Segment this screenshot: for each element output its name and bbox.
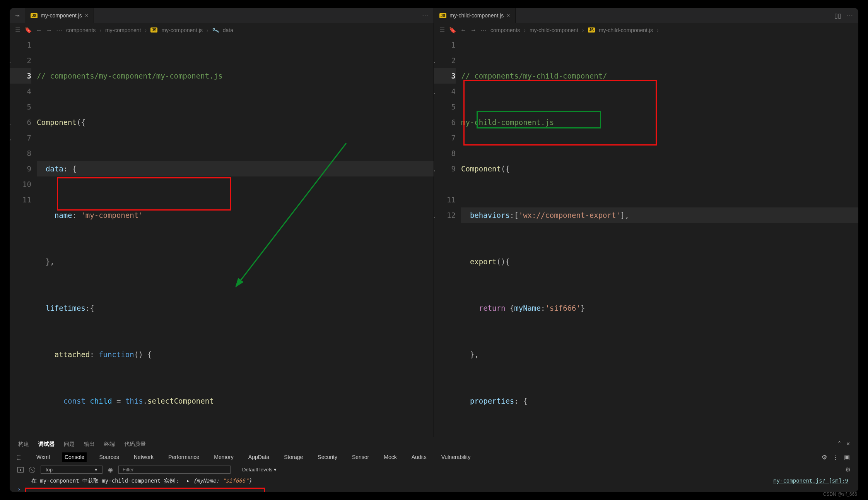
more-icon[interactable]: ⋯ — [847, 12, 853, 19]
inspect-icon[interactable]: ⬚ — [17, 454, 22, 460]
app-window: ⇥ JS my-component.js × ⋯ ☰ 🔖 ← → ⋯ compo… — [10, 8, 858, 492]
devtools-tab[interactable]: Console — [62, 452, 87, 462]
devtools-tab[interactable]: Sensor — [350, 452, 371, 462]
play-icon[interactable]: ▸ — [17, 467, 24, 473]
devtools-tab[interactable]: Network — [132, 452, 156, 462]
close-icon[interactable]: × — [507, 12, 510, 19]
editor-pane-left: ⇥ JS my-component.js × ⋯ ☰ 🔖 ← → ⋯ compo… — [10, 8, 434, 437]
tab-label: my-component.js — [41, 12, 82, 19]
more-icon[interactable]: ⋯ — [422, 12, 428, 19]
kebab-icon[interactable]: ⋮ — [832, 454, 839, 461]
gutter: 1 ˅2 3 4 5 ˅6 ˅7 8 9 10 11 — [10, 37, 37, 437]
console-toolbar: ▸ top▾ ◉ Filter Default levels ▾ ⚙ — [10, 464, 858, 475]
js-badge-icon: JS — [588, 27, 595, 33]
crumb[interactable]: my-child-component — [530, 27, 578, 33]
filter-input[interactable]: Filter — [118, 466, 231, 474]
editor-pane-right: JS my-child-component.js × ▯▯ ⋯ ☰ 🔖 ← → … — [434, 8, 858, 437]
log-text: 在 my-component 中获取 my-child-component 实例… — [31, 478, 180, 484]
forward-icon[interactable]: → — [46, 27, 52, 34]
highlight-box — [57, 177, 231, 211]
crumb[interactable]: my-child-component.js — [599, 27, 653, 33]
close-icon[interactable]: × — [846, 440, 850, 448]
tab-label: my-child-component.js — [449, 12, 504, 19]
panel-tab[interactable]: 代码质量 — [124, 441, 146, 448]
gear-icon[interactable]: ⚙ — [845, 466, 851, 473]
forward-icon[interactable]: → — [470, 27, 477, 34]
highlight-box — [463, 80, 657, 146]
devtools-tab[interactable]: Mock — [381, 452, 399, 462]
crumb[interactable]: components — [490, 27, 520, 33]
devtools-tab[interactable]: Storage — [282, 452, 305, 462]
watermark: CSDN @sif_666 — [823, 491, 857, 497]
code-area[interactable]: 1 ˅2 3 ˅4 5 6 7 8 ˅9 11 ˅12 // co — [434, 37, 858, 437]
panel-tab[interactable]: 调试器 — [38, 441, 55, 448]
context-select[interactable]: top▾ — [41, 466, 103, 474]
tab-bar: JS my-child-component.js × ▯▯ ⋯ — [434, 8, 858, 23]
file-tab[interactable]: JS my-child-component.js × — [434, 8, 516, 23]
split-icon[interactable]: ▯▯ — [834, 12, 841, 19]
list-icon[interactable]: ☰ — [15, 26, 21, 34]
tab-bar: ⇥ JS my-component.js × ⋯ — [10, 8, 434, 23]
js-badge-icon: JS — [150, 27, 157, 33]
breadcrumb: ☰ 🔖 ← → ⋯ components › my-component › JS… — [10, 23, 434, 37]
devtools-tab-bar: ⬚ Wxml Console Sources Network Performan… — [10, 450, 858, 464]
back-icon[interactable]: ← — [460, 27, 466, 34]
bookmark-icon[interactable]: 🔖 — [24, 26, 32, 34]
chevron-right-icon: › — [99, 27, 101, 33]
source-link[interactable]: my-component.js? [sm]:9 — [773, 478, 848, 485]
file-tab[interactable]: JS my-component.js × — [25, 8, 94, 23]
bookmark-icon[interactable]: 🔖 — [449, 26, 456, 34]
eye-icon[interactable]: ◉ — [108, 466, 113, 473]
code-area[interactable]: 1 ˅2 3 4 5 ˅6 ˅7 8 9 10 11 // components… — [10, 37, 434, 437]
levels-select[interactable]: Default levels ▾ — [242, 467, 277, 473]
gear-icon[interactable]: ⚙ — [822, 454, 827, 461]
panel-tab[interactable]: 终端 — [104, 441, 115, 448]
close-icon[interactable]: × — [85, 12, 88, 19]
clear-icon[interactable] — [29, 467, 35, 473]
back-icon[interactable]: ← — [36, 27, 42, 34]
js-badge-icon: JS — [439, 13, 446, 18]
chevron-right-icon: › — [657, 27, 659, 33]
crumb[interactable]: my-component.js — [161, 27, 203, 33]
dock-icon[interactable]: ▣ — [844, 454, 850, 461]
console-row[interactable]: 在 my-component 中获取 my-child-component 实例… — [10, 475, 858, 486]
crumb[interactable]: components — [66, 27, 96, 33]
source[interactable]: // components/my-component/my-component.… — [37, 37, 434, 437]
panel-tab[interactable]: 问题 — [64, 441, 75, 448]
devtools-tab[interactable]: Sources — [97, 452, 121, 462]
gutter: 1 ˅2 3 ˅4 5 6 7 8 ˅9 11 ˅12 — [434, 37, 461, 437]
wrench-icon: 🔧 — [211, 26, 219, 34]
devtools-tab[interactable]: Audits — [409, 452, 429, 462]
panel-tab-bar: 构建 调试器 问题 输出 终端 代码质量 ˄ × — [10, 437, 858, 450]
devtools-tab[interactable]: Performance — [166, 452, 202, 462]
js-badge-icon: JS — [31, 13, 38, 18]
console-prompt[interactable]: › — [10, 486, 858, 492]
crumb[interactable]: my-component — [105, 27, 141, 33]
devtools-tab[interactable]: Security — [315, 452, 340, 462]
chevron-up-icon[interactable]: ˄ — [838, 440, 841, 448]
panel-tab[interactable]: 输出 — [84, 441, 95, 448]
devtools-tab[interactable]: Memory — [212, 452, 236, 462]
devtools-tab[interactable]: Vulnerability — [439, 452, 473, 462]
chevron-right-icon: › — [524, 27, 526, 33]
more-icon[interactable]: ⋯ — [56, 26, 62, 34]
chevron-right-icon: › — [207, 27, 208, 33]
devtools-tab[interactable]: Wxml — [34, 452, 52, 462]
chevron-right-icon: › — [582, 27, 584, 33]
editor-split: ⇥ JS my-component.js × ⋯ ☰ 🔖 ← → ⋯ compo… — [10, 8, 858, 437]
pane-menu-icon[interactable]: ⇥ — [10, 12, 25, 19]
source[interactable]: // components/my-child-component/ my-chi… — [461, 37, 858, 437]
devtools-panel: 构建 调试器 问题 输出 终端 代码质量 ˄ × ⬚ Wxml Console … — [10, 437, 858, 492]
breadcrumb: ☰ 🔖 ← → ⋯ components › my-child-componen… — [434, 23, 858, 37]
crumb[interactable]: data — [223, 27, 233, 33]
panel-tab[interactable]: 构建 — [18, 441, 29, 448]
devtools-tab[interactable]: AppData — [246, 452, 272, 462]
chevron-right-icon: › — [145, 27, 147, 33]
list-icon[interactable]: ☰ — [439, 26, 445, 34]
more-icon[interactable]: ⋯ — [480, 26, 487, 34]
